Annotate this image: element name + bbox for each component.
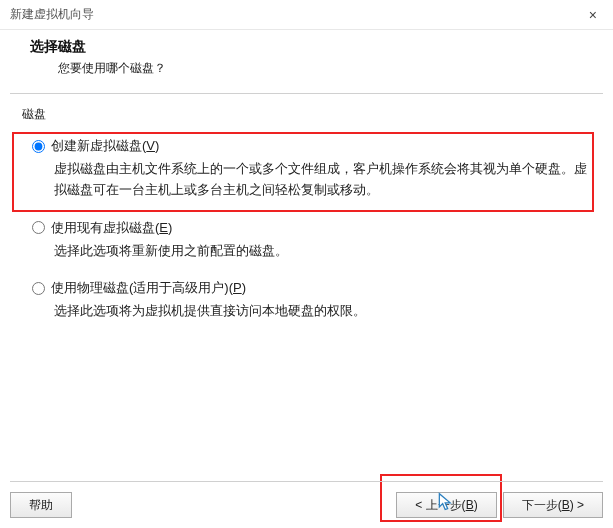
option-create-new-disk-row[interactable]: 创建新虚拟磁盘(V) [32,137,591,155]
radio-physical-disk[interactable] [32,282,45,295]
back-button[interactable]: < 上一步(B) [396,492,496,518]
radio-existing-disk[interactable] [32,221,45,234]
wizard-header: 选择磁盘 您要使用哪个磁盘？ [0,30,613,89]
section-label: 磁盘 [22,106,591,123]
button-bar: 帮助 < 上一步(B) 下一步(B) > [10,481,603,518]
option-physical-disk: 使用物理磁盘(适用于高级用户)(P) 选择此选项将为虚拟机提供直接访问本地硬盘的… [32,279,591,322]
content-area: 磁盘 创建新虚拟磁盘(V) 虚拟磁盘由主机文件系统上的一个或多个文件组成，客户机… [0,94,613,322]
option-create-new-disk-desc: 虚拟磁盘由主机文件系统上的一个或多个文件组成，客户机操作系统会将其视为单个硬盘。… [32,159,591,201]
option-label: 使用现有虚拟磁盘(E) [51,219,172,237]
option-create-new-disk: 创建新虚拟磁盘(V) 虚拟磁盘由主机文件系统上的一个或多个文件组成，客户机操作系… [32,137,591,201]
close-icon[interactable]: × [583,5,603,25]
option-label: 创建新虚拟磁盘(V) [51,137,159,155]
option-label: 使用物理磁盘(适用于高级用户)(P) [51,279,246,297]
option-existing-disk: 使用现有虚拟磁盘(E) 选择此选项将重新使用之前配置的磁盘。 [32,219,591,262]
help-button[interactable]: 帮助 [10,492,72,518]
option-existing-disk-row[interactable]: 使用现有虚拟磁盘(E) [32,219,591,237]
next-button[interactable]: 下一步(B) > [503,492,603,518]
option-physical-disk-desc: 选择此选项将为虚拟机提供直接访问本地硬盘的权限。 [32,301,591,322]
window-title: 新建虚拟机向导 [10,6,94,23]
titlebar: 新建虚拟机向导 × [0,0,613,30]
option-physical-disk-row[interactable]: 使用物理磁盘(适用于高级用户)(P) [32,279,591,297]
disk-options-group: 创建新虚拟磁盘(V) 虚拟磁盘由主机文件系统上的一个或多个文件组成，客户机操作系… [22,137,591,322]
radio-create-new-disk[interactable] [32,140,45,153]
page-subtitle: 您要使用哪个磁盘？ [30,60,583,77]
option-existing-disk-desc: 选择此选项将重新使用之前配置的磁盘。 [32,241,591,262]
page-title: 选择磁盘 [30,38,583,56]
